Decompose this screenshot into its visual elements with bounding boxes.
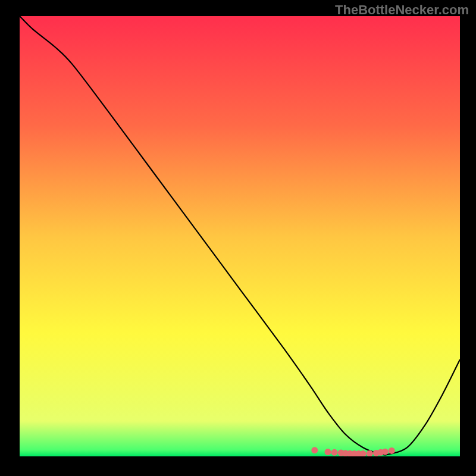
marker-dot — [389, 447, 395, 454]
watermark-text: TheBottleNecker.com — [335, 2, 469, 18]
chart-svg — [20, 16, 460, 456]
marker-dot — [325, 449, 331, 455]
chart-area — [20, 16, 460, 456]
marker-dot — [382, 449, 389, 455]
marker-dot — [311, 447, 318, 453]
marker-dot — [331, 449, 338, 456]
